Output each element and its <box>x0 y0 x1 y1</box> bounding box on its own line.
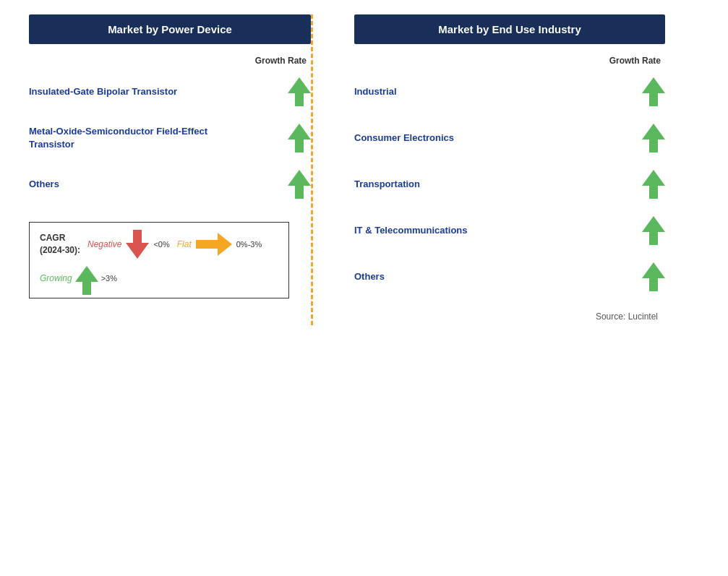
list-item: Consumer Electronics <box>354 115 665 161</box>
legend-growing-label: Growing <box>40 273 72 283</box>
green-up-arrow-icon <box>642 170 665 199</box>
red-down-arrow-icon <box>126 230 149 259</box>
right-growth-rate-label: Growth Rate <box>609 56 661 66</box>
item-label-industrial: Industrial <box>354 85 542 98</box>
list-item: Industrial <box>354 69 665 115</box>
legend-cagr-label: CAGR(2024-30): <box>40 232 80 257</box>
left-panel: Market by Power Device Growth Rate Insul… <box>29 14 311 322</box>
legend-flat-label: Flat <box>177 239 192 249</box>
list-item: Transportation <box>354 161 665 207</box>
item-label-mosfet: Metal-Oxide-Semiconductor Field-Effect T… <box>29 125 217 151</box>
legend-box: CAGR(2024-30): Negative <0% Flat 0%-3% G… <box>29 222 289 298</box>
green-up-arrow-icon <box>642 124 665 152</box>
item-label-consumer-electronics: Consumer Electronics <box>354 132 542 145</box>
item-label-others-left: Others <box>29 178 217 191</box>
list-item: Insulated-Gate Bipolar Transistor <box>29 69 311 115</box>
list-item: IT & Telecommunications <box>354 207 665 254</box>
legend-growing-item: Growing >3% <box>40 266 117 291</box>
item-label-igbt: Insulated-Gate Bipolar Transistor <box>29 85 217 98</box>
green-up-arrow-icon <box>288 170 311 199</box>
list-item: Others <box>29 161 311 207</box>
legend-flat-value: 0%-3% <box>236 240 262 249</box>
legend-negative-item: Negative <0% <box>87 230 170 259</box>
right-panel-title: Market by End Use Industry <box>354 14 665 44</box>
list-item: Metal-Oxide-Semiconductor Field-Effect T… <box>29 115 311 161</box>
legend-flat-item: Flat 0%-3% <box>177 233 262 256</box>
item-label-it-telecom: IT & Telecommunications <box>354 224 542 237</box>
list-item: Others <box>354 254 665 300</box>
green-up-arrow-icon <box>77 266 97 291</box>
legend-negative-label: Negative <box>87 239 121 249</box>
left-growth-rate-label: Growth Rate <box>255 56 307 66</box>
legend-negative-value: <0% <box>153 240 169 249</box>
legend-growing-value: >3% <box>101 274 117 283</box>
orange-right-arrow-icon <box>196 233 232 256</box>
green-up-arrow-icon <box>288 77 311 106</box>
green-up-arrow-icon <box>642 216 665 245</box>
right-panel: Market by End Use Industry Growth Rate I… <box>354 14 665 322</box>
left-panel-title: Market by Power Device <box>29 14 311 44</box>
vertical-divider <box>311 14 313 325</box>
green-up-arrow-icon <box>288 124 311 152</box>
green-up-arrow-icon <box>642 262 665 291</box>
green-up-arrow-icon <box>642 77 665 106</box>
item-label-others-right: Others <box>354 270 542 283</box>
item-label-transportation: Transportation <box>354 178 542 191</box>
source-text: Source: Lucintel <box>354 311 665 322</box>
